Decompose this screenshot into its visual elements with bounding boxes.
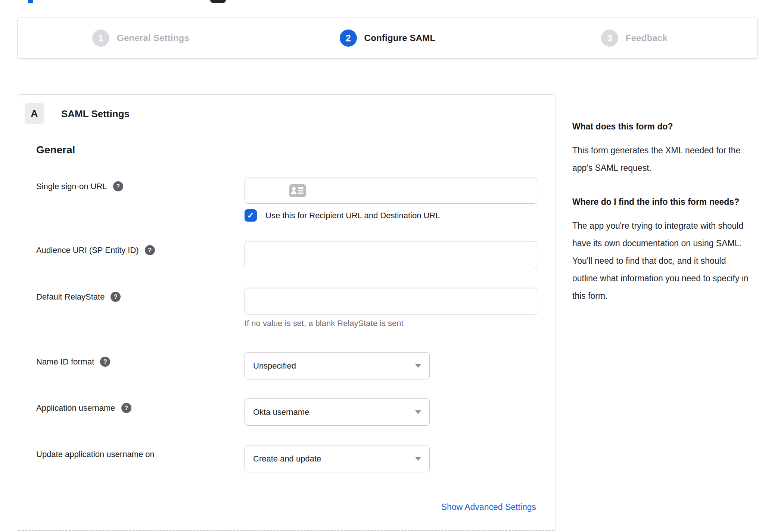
- update-username-label: Update application username on: [36, 450, 155, 459]
- name-id-format-label-row: Name ID format ?: [36, 357, 110, 367]
- application-username-value: Okta username: [253, 407, 415, 417]
- relaystate-hint: If no value is set, a blank RelayState i…: [245, 319, 404, 328]
- dropdown-arrow-icon: [415, 410, 421, 414]
- name-id-format-label: Name ID format: [36, 357, 94, 367]
- cutoff-dark-icon: [210, 0, 226, 3]
- dropdown-arrow-icon: [415, 364, 421, 368]
- help-icon[interactable]: ?: [145, 245, 155, 255]
- step-label: Configure SAML: [364, 33, 436, 43]
- sidebar-heading-where: Where do I find the info this form needs…: [572, 194, 751, 210]
- panel-title: SAML Settings: [61, 108, 130, 120]
- wizard-stepper: 1 General Settings 2 Configure SAML 3 Fe…: [17, 18, 758, 59]
- default-relaystate-label: Default RelayState: [36, 292, 105, 302]
- sidebar-body-what: This form generates the XML needed for t…: [572, 142, 751, 177]
- check-icon: ✓: [247, 210, 254, 220]
- step-label: Feedback: [626, 33, 668, 43]
- help-sidebar: What does this form do? This form genera…: [572, 119, 751, 322]
- step-configure-saml[interactable]: 2 Configure SAML: [264, 18, 511, 58]
- cutoff-blue-element: [28, 0, 33, 3]
- step-general-settings[interactable]: 1 General Settings: [18, 18, 264, 58]
- application-username-label: Application username: [36, 403, 115, 413]
- section-heading-general: General: [36, 144, 75, 156]
- application-username-label-row: Application username ?: [36, 403, 131, 413]
- section-badge-a: A: [25, 103, 44, 124]
- default-relaystate-input[interactable]: [245, 288, 537, 314]
- single-sign-on-url-input[interactable]: [245, 178, 537, 204]
- update-username-select[interactable]: Create and update: [245, 445, 430, 472]
- help-icon[interactable]: ?: [113, 181, 123, 191]
- sidebar-body-where: The app you're trying to integrate with …: [572, 217, 751, 305]
- help-icon[interactable]: ?: [121, 403, 131, 413]
- application-username-select[interactable]: Okta username: [245, 398, 430, 426]
- sidebar-heading-what: What does this form do?: [572, 119, 751, 134]
- step-label: General Settings: [117, 33, 189, 43]
- step-number-badge: 1: [92, 29, 109, 47]
- help-icon[interactable]: ?: [111, 292, 121, 302]
- audience-uri-label: Audience URI (SP Entity ID): [36, 245, 139, 255]
- step-feedback[interactable]: 3 Feedback: [511, 18, 757, 58]
- audience-uri-label-row: Audience URI (SP Entity ID) ?: [36, 245, 155, 255]
- step-number-badge: 3: [601, 29, 618, 47]
- update-username-value: Create and update: [253, 454, 415, 464]
- single-sign-on-url-label: Single sign-on URL: [36, 182, 107, 191]
- name-id-format-select[interactable]: Unspecified: [245, 352, 430, 379]
- dashed-divider: [18, 530, 554, 531]
- step-number-badge: 2: [340, 29, 357, 47]
- contact-card-icon[interactable]: [289, 178, 306, 204]
- recipient-url-checkbox-row: ✓ Use this for Recipient URL and Destina…: [245, 209, 440, 222]
- update-username-label-row: Update application username on: [36, 450, 155, 459]
- recipient-url-checkbox-label[interactable]: Use this for Recipient URL and Destinati…: [265, 211, 440, 220]
- audience-uri-input[interactable]: [245, 241, 537, 268]
- dropdown-arrow-icon: [415, 457, 421, 461]
- recipient-url-checkbox[interactable]: ✓: [245, 209, 257, 222]
- single-sign-on-url-label-row: Single sign-on URL ?: [36, 181, 123, 191]
- show-advanced-settings-link[interactable]: Show Advanced Settings: [441, 502, 536, 512]
- saml-settings-panel: A SAML Settings General Single sign-on U…: [17, 94, 556, 532]
- default-relaystate-label-row: Default RelayState ?: [36, 292, 121, 302]
- help-icon[interactable]: ?: [100, 357, 110, 367]
- name-id-format-value: Unspecified: [253, 361, 415, 371]
